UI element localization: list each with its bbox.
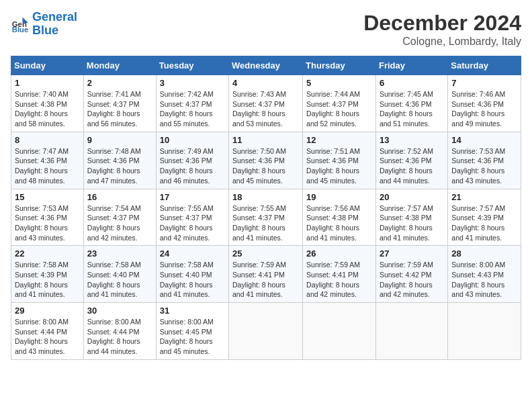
day-number: 26	[306, 248, 372, 259]
day-number: 20	[380, 192, 444, 202]
day-number: 19	[306, 192, 372, 202]
day-info: Sunrise: 7:45 AM Sunset: 4:36 PM Dayligh…	[380, 89, 444, 129]
day-number: 22	[15, 248, 80, 259]
day-info: Sunrise: 7:55 AM Sunset: 4:37 PM Dayligh…	[232, 203, 299, 243]
calendar-cell: 19 Sunrise: 7:56 AM Sunset: 4:38 PM Dayl…	[303, 189, 376, 246]
page-header: Gen Blue GeneralBlue December 2024 Colog…	[11, 11, 521, 48]
calendar-cell: 18 Sunrise: 7:55 AM Sunset: 4:37 PM Dayl…	[229, 189, 303, 246]
day-info: Sunrise: 7:43 AM Sunset: 4:37 PM Dayligh…	[232, 89, 299, 129]
weekday-header-tuesday: Tuesday	[156, 56, 228, 75]
day-info: Sunrise: 8:00 AM Sunset: 4:44 PM Dayligh…	[15, 317, 80, 357]
calendar-cell	[229, 303, 303, 360]
day-info: Sunrise: 7:58 AM Sunset: 4:39 PM Dayligh…	[15, 260, 80, 300]
logo: Gen Blue GeneralBlue	[11, 11, 77, 38]
day-number: 24	[160, 248, 225, 259]
calendar-cell: 5 Sunrise: 7:44 AM Sunset: 4:37 PM Dayli…	[303, 75, 376, 132]
calendar-cell: 29 Sunrise: 8:00 AM Sunset: 4:44 PM Dayl…	[11, 303, 84, 360]
calendar-cell: 24 Sunrise: 7:58 AM Sunset: 4:40 PM Dayl…	[156, 246, 228, 303]
calendar-cell: 2 Sunrise: 7:41 AM Sunset: 4:37 PM Dayli…	[83, 75, 156, 132]
day-info: Sunrise: 7:47 AM Sunset: 4:36 PM Dayligh…	[15, 146, 80, 186]
calendar-cell: 9 Sunrise: 7:48 AM Sunset: 4:36 PM Dayli…	[83, 132, 156, 189]
day-number: 29	[15, 306, 80, 316]
calendar-cell: 7 Sunrise: 7:46 AM Sunset: 4:36 PM Dayli…	[448, 75, 521, 132]
day-number: 7	[451, 78, 517, 88]
weekday-header-wednesday: Wednesday	[229, 56, 303, 75]
day-number: 3	[160, 78, 225, 88]
day-number: 6	[380, 78, 444, 88]
day-info: Sunrise: 7:51 AM Sunset: 4:36 PM Dayligh…	[306, 146, 372, 186]
day-info: Sunrise: 7:57 AM Sunset: 4:39 PM Dayligh…	[451, 203, 517, 243]
calendar-table: SundayMondayTuesdayWednesdayThursdayFrid…	[11, 56, 521, 360]
day-info: Sunrise: 7:48 AM Sunset: 4:36 PM Dayligh…	[87, 146, 152, 186]
calendar-cell: 28 Sunrise: 8:00 AM Sunset: 4:43 PM Dayl…	[448, 246, 521, 303]
day-info: Sunrise: 8:00 AM Sunset: 4:44 PM Dayligh…	[87, 317, 152, 357]
day-info: Sunrise: 7:53 AM Sunset: 4:36 PM Dayligh…	[15, 203, 80, 243]
logo-text: GeneralBlue	[32, 11, 77, 38]
calendar-cell: 21 Sunrise: 7:57 AM Sunset: 4:39 PM Dayl…	[448, 189, 521, 246]
calendar-cell: 31 Sunrise: 8:00 AM Sunset: 4:45 PM Dayl…	[156, 303, 228, 360]
day-info: Sunrise: 8:00 AM Sunset: 4:43 PM Dayligh…	[451, 260, 517, 300]
location: Cologne, Lombardy, Italy	[363, 36, 521, 48]
calendar-cell: 20 Sunrise: 7:57 AM Sunset: 4:38 PM Dayl…	[375, 189, 447, 246]
day-info: Sunrise: 7:58 AM Sunset: 4:40 PM Dayligh…	[87, 260, 152, 300]
calendar-cell	[303, 303, 376, 360]
calendar-cell	[448, 303, 521, 360]
day-info: Sunrise: 7:50 AM Sunset: 4:36 PM Dayligh…	[232, 146, 299, 186]
day-info: Sunrise: 7:59 AM Sunset: 4:41 PM Dayligh…	[232, 260, 299, 300]
svg-text:Blue: Blue	[12, 26, 29, 34]
calendar-cell: 8 Sunrise: 7:47 AM Sunset: 4:36 PM Dayli…	[11, 132, 84, 189]
day-number: 23	[87, 248, 152, 259]
day-number: 4	[232, 78, 299, 88]
title-block: December 2024 Cologne, Lombardy, Italy	[363, 11, 521, 48]
calendar-cell: 14 Sunrise: 7:53 AM Sunset: 4:36 PM Dayl…	[448, 132, 521, 189]
day-number: 9	[87, 135, 152, 145]
calendar-cell: 17 Sunrise: 7:55 AM Sunset: 4:37 PM Dayl…	[156, 189, 228, 246]
day-info: Sunrise: 7:54 AM Sunset: 4:37 PM Dayligh…	[87, 203, 152, 243]
day-number: 13	[380, 135, 444, 145]
calendar-cell: 23 Sunrise: 7:58 AM Sunset: 4:40 PM Dayl…	[83, 246, 156, 303]
calendar-week-3: 15 Sunrise: 7:53 AM Sunset: 4:36 PM Dayl…	[11, 189, 521, 246]
calendar-cell: 26 Sunrise: 7:59 AM Sunset: 4:41 PM Dayl…	[303, 246, 376, 303]
weekday-header-monday: Monday	[83, 56, 156, 75]
weekday-header-thursday: Thursday	[303, 56, 376, 75]
calendar-cell: 1 Sunrise: 7:40 AM Sunset: 4:38 PM Dayli…	[11, 75, 84, 132]
day-number: 28	[451, 248, 517, 259]
day-number: 18	[232, 192, 299, 202]
calendar-week-1: 1 Sunrise: 7:40 AM Sunset: 4:38 PM Dayli…	[11, 75, 521, 132]
day-info: Sunrise: 7:59 AM Sunset: 4:41 PM Dayligh…	[306, 260, 372, 300]
calendar-cell: 3 Sunrise: 7:42 AM Sunset: 4:37 PM Dayli…	[156, 75, 228, 132]
day-number: 21	[451, 192, 517, 202]
day-number: 11	[232, 135, 299, 145]
day-number: 30	[87, 306, 152, 316]
day-number: 25	[232, 248, 299, 259]
calendar-cell: 11 Sunrise: 7:50 AM Sunset: 4:36 PM Dayl…	[229, 132, 303, 189]
calendar-cell: 25 Sunrise: 7:59 AM Sunset: 4:41 PM Dayl…	[229, 246, 303, 303]
day-number: 15	[15, 192, 80, 202]
day-info: Sunrise: 8:00 AM Sunset: 4:45 PM Dayligh…	[160, 317, 225, 357]
day-info: Sunrise: 7:57 AM Sunset: 4:38 PM Dayligh…	[380, 203, 444, 243]
day-number: 8	[15, 135, 80, 145]
day-info: Sunrise: 7:58 AM Sunset: 4:40 PM Dayligh…	[160, 260, 225, 300]
calendar-cell: 6 Sunrise: 7:45 AM Sunset: 4:36 PM Dayli…	[375, 75, 447, 132]
calendar-cell: 4 Sunrise: 7:43 AM Sunset: 4:37 PM Dayli…	[229, 75, 303, 132]
day-number: 27	[380, 248, 444, 259]
day-info: Sunrise: 7:55 AM Sunset: 4:37 PM Dayligh…	[160, 203, 225, 243]
calendar-week-4: 22 Sunrise: 7:58 AM Sunset: 4:39 PM Dayl…	[11, 246, 521, 303]
weekday-header-friday: Friday	[375, 56, 447, 75]
logo-icon: Gen Blue	[11, 15, 30, 34]
calendar-cell: 15 Sunrise: 7:53 AM Sunset: 4:36 PM Dayl…	[11, 189, 84, 246]
calendar-cell: 10 Sunrise: 7:49 AM Sunset: 4:36 PM Dayl…	[156, 132, 228, 189]
calendar-cell: 13 Sunrise: 7:52 AM Sunset: 4:36 PM Dayl…	[375, 132, 447, 189]
day-info: Sunrise: 7:49 AM Sunset: 4:36 PM Dayligh…	[160, 146, 225, 186]
day-info: Sunrise: 7:40 AM Sunset: 4:38 PM Dayligh…	[15, 89, 80, 129]
calendar-header-row: SundayMondayTuesdayWednesdayThursdayFrid…	[11, 56, 521, 75]
day-number: 17	[160, 192, 225, 202]
day-number: 1	[15, 78, 80, 88]
day-info: Sunrise: 7:53 AM Sunset: 4:36 PM Dayligh…	[451, 146, 517, 186]
calendar-cell: 30 Sunrise: 8:00 AM Sunset: 4:44 PM Dayl…	[83, 303, 156, 360]
day-number: 10	[160, 135, 225, 145]
day-info: Sunrise: 7:42 AM Sunset: 4:37 PM Dayligh…	[160, 89, 225, 129]
calendar-cell: 27 Sunrise: 7:59 AM Sunset: 4:42 PM Dayl…	[375, 246, 447, 303]
calendar-cell: 12 Sunrise: 7:51 AM Sunset: 4:36 PM Dayl…	[303, 132, 376, 189]
day-info: Sunrise: 7:41 AM Sunset: 4:37 PM Dayligh…	[87, 89, 152, 129]
